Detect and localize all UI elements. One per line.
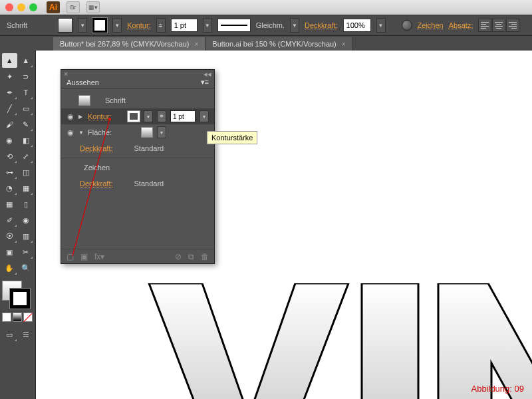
zeichen-link[interactable]: Zeichen [418,21,444,29]
appearance-flaeche-row[interactable]: ◉ ▼ Fläche: ▼ [61,124,214,140]
deckkraft-value: Standard [134,144,164,152]
panel-close-icon[interactable]: × [64,70,68,76]
window-maximize-button[interactable] [29,3,37,11]
screen-mode[interactable]: ▭ [2,327,17,342]
gradient-tool[interactable]: ▯ [19,197,34,211]
opacity-input[interactable] [343,19,371,32]
align-left-button[interactable] [478,19,491,32]
panel-menu-icon[interactable]: ▾≡ [201,78,209,86]
opacity-dropdown[interactable]: ▼ [376,18,386,33]
free-transform-tool[interactable]: ◫ [19,165,34,180]
kontur-weight-drop[interactable]: ▼ [200,110,209,122]
close-tab-icon[interactable]: × [194,41,198,48]
direct-selection-tool[interactable]: ▲ [19,53,34,68]
deckkraft-link[interactable]: Deckkraft: [305,21,338,29]
fill-swatch[interactable] [58,18,72,33]
paintbrush-tool[interactable]: 🖌 [2,117,17,132]
duplicate-icon[interactable]: ⧉ [188,252,194,261]
change-screen-mode[interactable]: ☰ [19,327,34,342]
schrift-swatch [78,95,90,106]
type-tool[interactable]: T [19,85,34,100]
stroke-swatch[interactable] [92,18,107,33]
kontur-weight-input[interactable] [170,110,196,122]
artboard-tool[interactable]: ▣ [2,245,17,259]
stroke-dropdown[interactable]: ▼ [112,18,122,33]
mesh-tool[interactable]: ▦ [2,197,17,211]
perspective-grid-tool[interactable]: ▦ [19,181,34,196]
window-minimize-button[interactable] [17,3,25,11]
titlebar: Ai Br ▦▾ [0,0,532,15]
pencil-tool[interactable]: ✎ [19,117,34,132]
lasso-tool[interactable]: ⊃ [19,69,34,84]
zoom-tool[interactable]: 🔍 [19,261,34,275]
blob-brush-tool[interactable]: ◉ [2,133,17,148]
schrift-label: Schrift [105,96,126,104]
delete-icon[interactable]: 🗑 [201,252,209,261]
stroke-weight-input[interactable] [171,19,198,32]
appearance-zeichen-row[interactable]: Zeichen [61,160,214,176]
color-mode-solid[interactable] [2,313,11,322]
appearance-deckkraft-row-1[interactable]: Deckkraft: Standard [61,140,214,156]
hand-tool[interactable]: ✋ [2,261,17,275]
document-tab-1[interactable]: Button* bei 267,89 % (CMYK/Vorschau)× [53,37,205,51]
stroke-profile[interactable] [217,19,251,32]
flaeche-swatch[interactable] [141,127,153,138]
profile-dropdown[interactable]: ▼ [290,18,299,33]
kontur-swatch-drop[interactable]: ▼ [144,110,153,122]
expand-icon[interactable]: ▼ [78,130,84,136]
scale-tool[interactable]: ⤢ [19,149,34,164]
visibility-icon[interactable]: ◉ [66,112,74,121]
symbol-sprayer-tool[interactable]: ⦿ [2,229,17,243]
recolor-icon[interactable] [402,20,412,31]
add-stroke-icon[interactable]: ▣ [80,252,88,261]
line-tool[interactable]: ╱ [2,101,17,116]
flaeche-swatch-drop[interactable]: ▼ [157,126,166,138]
eyedropper-tool[interactable]: ✐ [2,213,17,227]
appearance-kontur-row[interactable]: ◉ ▶ Kontur: ▼ ≑ ▼ [61,108,214,124]
panel-collapse-icon[interactable]: ◂◂ [203,70,211,76]
artwork-text [142,283,532,399]
rectangle-tool[interactable]: ▭ [19,101,34,116]
blend-tool[interactable]: ◉ [19,213,34,227]
add-effect-icon[interactable]: fx▾ [94,252,104,261]
paragraph-align [478,19,519,32]
stroke-box[interactable] [10,289,30,309]
align-center-button[interactable] [492,19,505,32]
new-art-icon[interactable]: ▢ [66,252,74,261]
deckkraft-label[interactable]: Deckkraft: [80,144,113,152]
stroke-weight-down[interactable]: ≑ [156,18,166,33]
document-tab-2[interactable]: Button.ai bei 150 % (CMYK/Vorschau)× [205,37,352,51]
appearance-schrift-row[interactable]: Schrift [61,92,214,108]
width-tool[interactable]: ⊶ [2,165,17,180]
kontur-link[interactable]: Kontur: [127,21,150,29]
eraser-tool[interactable]: ◧ [19,133,34,148]
selection-tool[interactable]: ▲ [2,53,17,68]
arrange-button[interactable]: ▦▾ [86,1,100,13]
expand-icon[interactable]: ▶ [78,114,84,120]
close-tab-icon[interactable]: × [342,41,346,48]
kontur-label[interactable]: Kontur: [88,112,111,120]
kontur-swatch[interactable] [128,111,140,122]
color-mode-none[interactable] [23,313,33,322]
control-bar: Schrift ▼ ▼ Kontur: ≑ ▼ Gleichm. ▼ Deckk… [0,15,532,36]
bridge-button[interactable]: Br [66,1,80,13]
window-close-button[interactable] [5,3,13,11]
clear-appearance-icon[interactable]: ⊘ [175,252,182,261]
pen-tool[interactable]: ✒ [2,85,17,100]
appearance-panel: ×◂◂ Aussehen▾≡ Schrift ◉ ▶ Kontur: ▼ ≑ ▼… [61,69,215,264]
fill-stroke-indicator[interactable] [2,281,33,309]
align-right-button[interactable] [506,19,519,32]
deckkraft-label[interactable]: Deckkraft: [80,180,113,188]
graph-tool[interactable]: ▥ [19,229,34,243]
stroke-weight-dropdown[interactable]: ▼ [203,18,212,33]
appearance-deckkraft-row-2[interactable]: Deckkraft: Standard [61,176,214,192]
rotate-tool[interactable]: ⟲ [2,149,17,164]
fill-dropdown[interactable]: ▼ [78,18,87,33]
slice-tool[interactable]: ✂ [19,245,34,259]
color-mode-gradient[interactable] [13,313,22,322]
kontur-weight-stepper[interactable]: ≑ [157,110,166,122]
absatz-link[interactable]: Absatz: [449,21,473,29]
visibility-icon[interactable]: ◉ [66,128,74,137]
shape-builder-tool[interactable]: ◔ [2,181,17,196]
magic-wand-tool[interactable]: ✦ [2,69,17,84]
